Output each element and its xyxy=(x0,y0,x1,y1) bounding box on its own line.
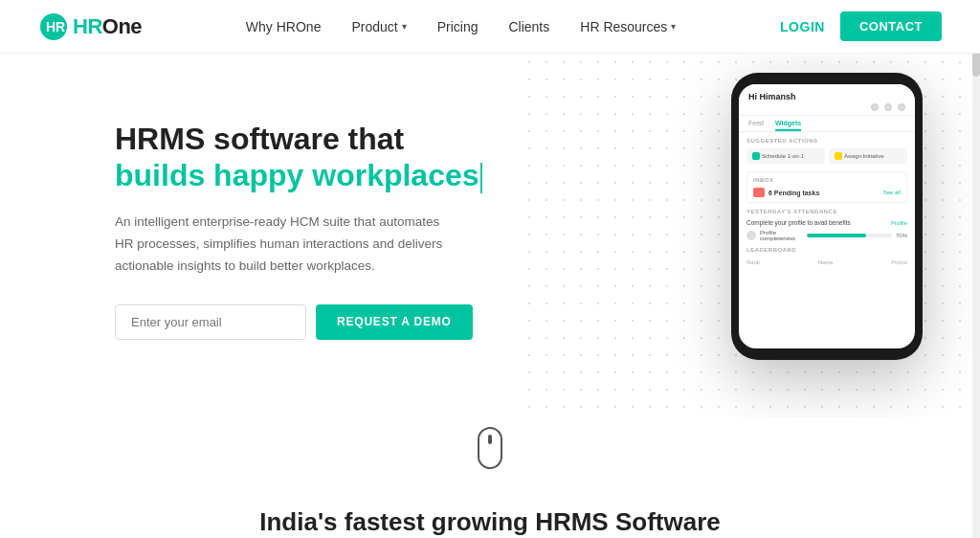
nav-links: Why HROne Product ▾ Pricing Clients HR R… xyxy=(246,18,676,35)
attendance-section: YESTERDAY'S ATTENDANCE Complete your pro… xyxy=(746,209,907,241)
phone-screen: Hi Himansh Feed Widgets SUG xyxy=(739,84,915,348)
svg-text:HR: HR xyxy=(46,19,65,34)
attend-text: Complete your profile to avail benefits xyxy=(746,219,851,226)
leaderboard-label: LEADERBOARD xyxy=(746,247,907,253)
emoji-icon xyxy=(884,103,892,111)
tab-widgets[interactable]: Widgets xyxy=(775,120,801,131)
nav-item-clients[interactable]: Clients xyxy=(508,18,549,35)
phone-tabs: Feed Widgets xyxy=(739,116,915,132)
see-all-link[interactable]: See all xyxy=(883,190,901,195)
hero-form: REQUEST A DEMO xyxy=(115,304,555,340)
bottom-title: India's fastest growing HRMS Software xyxy=(38,507,942,537)
tab-feed[interactable]: Feed xyxy=(748,120,764,131)
progress-bar xyxy=(807,234,892,237)
text-cursor xyxy=(480,163,482,193)
phone-greeting: Hi Himansh xyxy=(748,92,905,101)
schedule-action[interactable]: Schedule 1-on-1 xyxy=(746,148,825,164)
chevron-down-icon: ▾ xyxy=(402,21,407,32)
bottom-section: India's fastest growing HRMS Software Tr… xyxy=(0,479,980,538)
phone-mockup-container: Hi Himansh Feed Widgets SUG xyxy=(731,73,923,360)
suggested-actions-row: Schedule 1-on-1 Assign Initiative xyxy=(746,148,907,164)
progress-label: Profile completeness xyxy=(760,230,803,241)
bell-icon xyxy=(898,103,905,111)
logo[interactable]: HR HROne xyxy=(38,11,142,42)
inbox-label: INBOX xyxy=(753,177,901,183)
contact-button[interactable]: CONTACT xyxy=(840,11,942,41)
hero-description: An intelligent enterprise-ready HCM suit… xyxy=(115,212,459,278)
hero-section: HRMS software that builds happy workplac… xyxy=(0,54,980,417)
nav-item-product[interactable]: Product ▾ xyxy=(351,19,406,34)
scroll-indicator-section xyxy=(0,417,980,479)
search-icon xyxy=(871,103,879,111)
hero-title-line1: HRMS software that xyxy=(115,121,555,157)
leaderboard-header: Rank Name Points xyxy=(746,258,907,267)
hero-left: HRMS software that builds happy workplac… xyxy=(115,101,555,340)
logo-text: HROne xyxy=(73,14,142,39)
login-button[interactable]: LOGIN xyxy=(780,19,825,34)
navbar: HR HROne Why HROne Product ▾ Pricing Cli… xyxy=(0,0,980,54)
avatar xyxy=(746,231,756,240)
assign-action[interactable]: Assign Initiative xyxy=(829,148,907,164)
inbox-count: 6 Pending tasks xyxy=(768,190,819,196)
scroll-indicator[interactable] xyxy=(478,427,502,469)
attendance-label: YESTERDAY'S ATTENDANCE xyxy=(746,209,907,214)
phone-icons-row xyxy=(748,103,905,111)
progress-percentage: 70% xyxy=(896,233,907,238)
phone-mockup: Hi Himansh Feed Widgets SUG xyxy=(731,73,923,360)
phone-body: SUGGESTED ACTIONS Schedule 1-on-1 Assign… xyxy=(739,132,915,273)
chevron-down-icon: ▾ xyxy=(671,21,676,32)
nav-item-whyhrone[interactable]: Why HROne xyxy=(246,18,322,35)
nav-item-pricing[interactable]: Pricing xyxy=(437,18,479,35)
progress-fill xyxy=(807,234,867,237)
scroll-dot xyxy=(488,435,492,444)
inbox-icon xyxy=(753,188,765,197)
hero-title-line2: builds happy workplaces xyxy=(115,157,555,193)
progress-row: Profile completeness 70% xyxy=(746,230,907,241)
nav-right: LOGIN CONTACT xyxy=(780,11,942,41)
calendar-icon xyxy=(752,152,760,160)
inbox-row: 6 Pending tasks See all xyxy=(753,188,901,197)
request-demo-button[interactable]: REQUEST A DEMO xyxy=(316,304,473,340)
leaderboard-section: LEADERBOARD Rank Name Points xyxy=(746,247,907,267)
nav-item-hrresources[interactable]: HR Resources ▾ xyxy=(580,19,676,34)
inbox-section: INBOX 6 Pending tasks See all xyxy=(746,171,907,203)
email-input[interactable] xyxy=(115,304,306,340)
bulb-icon xyxy=(835,152,842,160)
logo-icon: HR xyxy=(38,11,69,42)
phone-header: Hi Himansh xyxy=(739,84,915,116)
hero-content: HRMS software that builds happy workplac… xyxy=(0,54,980,417)
scrollbar-track xyxy=(972,0,980,538)
attend-row: Complete your profile to avail benefits … xyxy=(746,219,907,226)
suggested-actions-label: SUGGESTED ACTIONS xyxy=(746,138,907,144)
attend-link[interactable]: Profile xyxy=(891,220,907,226)
